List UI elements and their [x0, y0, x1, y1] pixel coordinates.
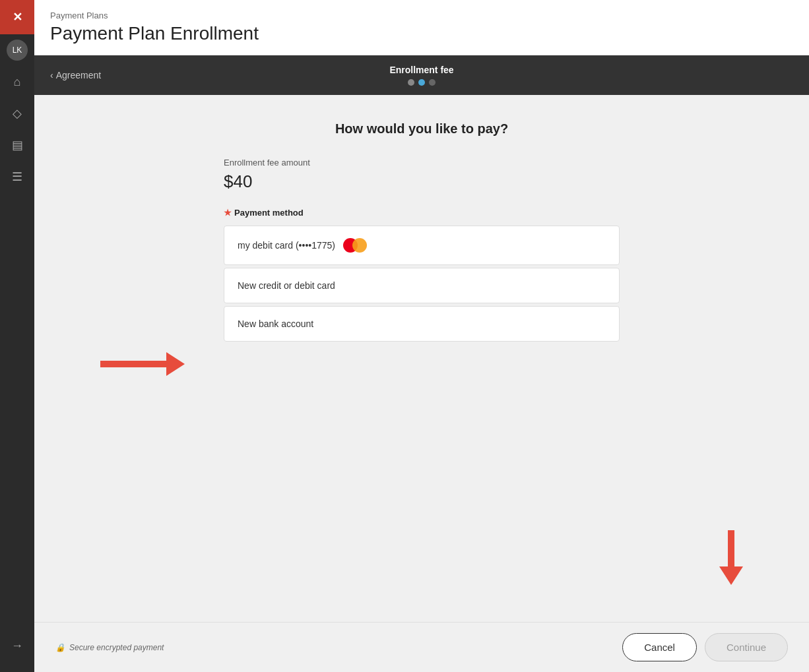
- step-bar: ‹ Agreement Enrollment fee: [34, 55, 809, 95]
- step-info: Enrollment fee: [389, 65, 453, 86]
- sidebar-item-list[interactable]: ☰: [0, 161, 34, 193]
- payment-option-debit[interactable]: my debit card (••••1775): [224, 226, 620, 265]
- back-label: Agreement: [56, 70, 101, 80]
- main-area: Payment Plans Payment Plan Enrollment ‹ …: [34, 0, 809, 672]
- payment-option-new-card[interactable]: New credit or debit card: [224, 268, 620, 303]
- chevron-left-icon: ‹: [50, 70, 53, 80]
- payment-option-new-bank[interactable]: New bank account: [224, 306, 620, 342]
- secure-label: 🔒 Secure encrypted payment: [55, 643, 164, 652]
- new-bank-label: New bank account: [238, 319, 313, 329]
- secure-text: Secure encrypted payment: [69, 643, 164, 652]
- cancel-button[interactable]: Cancel: [622, 633, 697, 661]
- fee-amount: $40: [224, 171, 620, 192]
- step-dot-3: [429, 79, 436, 86]
- continue-button[interactable]: Continue: [705, 633, 788, 661]
- back-button[interactable]: ‹ Agreement: [50, 70, 101, 80]
- step-title: Enrollment fee: [389, 65, 453, 75]
- step-dot-2: [418, 79, 425, 86]
- sidebar-logo[interactable]: ✕: [0, 0, 34, 34]
- lock-icon: 🔒: [55, 643, 65, 652]
- sidebar-item-dashboard[interactable]: ◇: [0, 98, 34, 129]
- sidebar-item-home[interactable]: ⌂: [0, 66, 34, 98]
- step-dots: [389, 79, 453, 86]
- debit-card-label: my debit card (••••1775): [238, 240, 335, 251]
- section-title: How would you like to pay?: [87, 121, 756, 137]
- content-wrapper: How would you like to pay? Enrollment fe…: [34, 95, 809, 622]
- page-title: Payment Plan Enrollment: [50, 23, 793, 44]
- payment-method-text: Payment method: [234, 208, 304, 218]
- arrow-annotation-bank: [100, 352, 185, 376]
- sidebar-item-avatar[interactable]: LK: [7, 40, 28, 61]
- sidebar: ✕ LK ⌂ ◇ ▤ ☰ →: [0, 0, 34, 672]
- breadcrumb: Payment Plans: [50, 11, 793, 20]
- sidebar-item-logout[interactable]: →: [0, 630, 34, 661]
- footer-buttons: Cancel Continue: [622, 633, 788, 661]
- new-card-label: New credit or debit card: [238, 280, 335, 291]
- page-header: Payment Plans Payment Plan Enrollment: [34, 0, 809, 55]
- payment-method-label: ★ Payment method: [224, 208, 620, 218]
- fee-label: Enrollment fee amount: [224, 158, 620, 168]
- arrow-annotation-continue: [719, 530, 743, 585]
- mastercard-icon: [343, 238, 367, 253]
- step-dot-1: [408, 79, 414, 86]
- sidebar-item-reports[interactable]: ▤: [0, 129, 34, 161]
- footer: 🔒 Secure encrypted payment Cancel Contin…: [34, 622, 809, 672]
- required-star: ★: [224, 208, 232, 218]
